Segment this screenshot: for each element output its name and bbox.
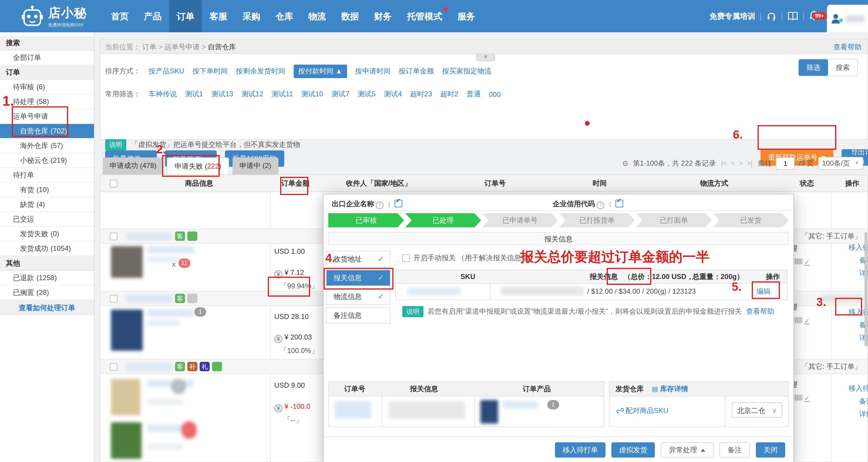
- sidebar-item-pending-review[interactable]: 待审核(6): [0, 80, 94, 95]
- sidebar-item-out-of-stock[interactable]: 缺货(4): [0, 197, 94, 212]
- warehouse-select[interactable]: 北京二仓∨: [732, 402, 782, 418]
- edit-icon[interactable]: [616, 200, 623, 207]
- stock-detail-link[interactable]: ▤ 库存详情: [652, 382, 688, 396]
- quick-filter-link[interactable]: 000: [489, 90, 501, 98]
- remark-link[interactable]: 备注: [837, 255, 868, 266]
- row-checkbox[interactable]: [110, 363, 118, 370]
- close-button[interactable]: 关闭: [756, 442, 785, 458]
- quick-filter-link[interactable]: 测试13: [211, 89, 233, 99]
- quick-filter-link[interactable]: 测试5: [358, 89, 376, 99]
- quick-filter-link[interactable]: 测试4: [384, 89, 402, 99]
- view-help-link[interactable]: 查看帮助: [833, 39, 862, 55]
- sidebar-item-all-orders[interactable]: 全部订单: [0, 51, 94, 65]
- sidetab-logistics-info[interactable]: 物流信息✓: [326, 288, 391, 305]
- sort-by-payment-time[interactable]: 按付款时间 ▲: [293, 65, 347, 78]
- details-link[interactable]: 详情: [837, 333, 868, 343]
- question-icon[interactable]: ?: [597, 202, 604, 209]
- sidebar-item-xiaomi-cloud[interactable]: 小秘云仓(219): [0, 153, 94, 168]
- training-link[interactable]: 免费专属培训: [709, 11, 755, 22]
- tab-applying[interactable]: 申请中 (2): [232, 157, 278, 175]
- sidebar-item-overseas-warehouse[interactable]: 海外仓库(57): [0, 138, 94, 153]
- quick-filter-link[interactable]: 测试11: [272, 89, 293, 99]
- nav-item-logistics[interactable]: 物流: [301, 0, 334, 32]
- move-to-print-link[interactable]: 移入待打单: [837, 383, 868, 394]
- remark-link[interactable]: 备注: [837, 320, 868, 330]
- gear-icon[interactable]: ⚙: [622, 159, 629, 168]
- nav-item-products[interactable]: 产品: [136, 0, 169, 32]
- sidebar-help-link[interactable]: 查看如何处理订单: [19, 304, 75, 312]
- next-page-button[interactable]: >: [739, 160, 743, 167]
- nav-item-data[interactable]: 数据: [334, 0, 367, 32]
- sidebar-item-tracking-apply[interactable]: 运单号申请: [0, 109, 94, 124]
- quick-filter-link[interactable]: 车神传说: [149, 89, 177, 99]
- question-icon[interactable]: ?: [376, 202, 384, 209]
- edit-icon[interactable]: [395, 200, 402, 207]
- sort-by-sku[interactable]: 按产品SKU: [149, 66, 184, 76]
- move-to-print-button[interactable]: 移入待打单: [555, 442, 606, 458]
- quick-filter-link[interactable]: 测试7: [331, 89, 349, 99]
- nav-item-service[interactable]: 客服: [202, 0, 235, 32]
- nav-item-home[interactable]: 首页: [103, 0, 136, 32]
- view-help-link[interactable]: 查看帮助: [746, 307, 774, 317]
- sidetab-customs-info[interactable]: 报关信息✓: [326, 270, 391, 286]
- sidetab-shipping-address[interactable]: 收货地址✓: [326, 251, 391, 267]
- manual-customs-checkbox[interactable]: [402, 254, 410, 262]
- quick-filter-link[interactable]: 普通: [467, 89, 481, 99]
- remark-link[interactable]: 备注: [837, 397, 868, 406]
- breadcrumb-tracking-apply[interactable]: 运单号申请: [164, 43, 200, 51]
- prev-page-button[interactable]: <: [731, 160, 735, 167]
- app-logo[interactable]: 店小秘 免费跨境电商ERP: [21, 5, 87, 28]
- sort-by-apply-time[interactable]: 按申请时间: [355, 66, 391, 76]
- sidebar-item-refunded[interactable]: 已退款(1258): [0, 271, 94, 285]
- quick-filter-link[interactable]: 测试12: [241, 89, 264, 99]
- sidebar-item-shipped[interactable]: 已交运: [0, 212, 94, 227]
- nav-item-hosting[interactable]: 托管模式: [399, 0, 450, 32]
- toggle-search[interactable]: 搜索: [828, 59, 858, 76]
- last-page-button[interactable]: >|: [747, 160, 753, 167]
- virtual-ship-button[interactable]: 虚拟发货: [611, 442, 655, 458]
- collapse-panel-chevron[interactable]: ∨: [476, 54, 495, 61]
- move-to-print-link[interactable]: 移入待打单: [837, 243, 868, 253]
- quick-filter-link[interactable]: 超时2: [440, 89, 458, 99]
- nav-item-services[interactable]: 服务: [450, 0, 483, 32]
- nav-item-orders[interactable]: 订单: [169, 0, 202, 32]
- select-all-checkbox[interactable]: [110, 180, 118, 187]
- quick-filter-link[interactable]: 测试1: [185, 89, 203, 99]
- tab-apply-failed[interactable]: 申请失败 (222): [167, 157, 229, 175]
- sidebar-item-to-print[interactable]: 待打单: [0, 168, 94, 183]
- sidebar-item-ship-failed[interactable]: 发货失败(0): [0, 227, 94, 241]
- match-sku-link[interactable]: 配对商品SKU: [617, 406, 668, 416]
- sort-by-buyer-logistics[interactable]: 按买家指定物流: [442, 66, 492, 76]
- per-page-select[interactable]: 100条/页▼: [818, 157, 863, 170]
- book-icon[interactable]: [787, 12, 798, 21]
- sidebar-item-ship-success[interactable]: 发货成功(1054): [0, 241, 94, 256]
- nav-item-finance[interactable]: 财务: [367, 0, 399, 32]
- toggle-filter[interactable]: 筛选: [799, 59, 828, 76]
- first-page-button[interactable]: |<: [721, 160, 727, 167]
- details-link[interactable]: 详情: [837, 269, 868, 278]
- details-link[interactable]: 详情: [837, 409, 868, 420]
- tab-apply-success[interactable]: 申请成功 (478): [103, 157, 163, 175]
- sidetab-remark-info[interactable]: 备注信息: [326, 307, 391, 324]
- sidebar-item-in-stock[interactable]: 有货(10): [0, 183, 94, 197]
- sort-by-amount[interactable]: 按订单金额: [399, 66, 434, 76]
- quick-filter-link[interactable]: 测试10: [301, 89, 323, 99]
- nav-item-purchase[interactable]: 采购: [235, 0, 268, 32]
- row-checkbox[interactable]: [110, 295, 118, 302]
- edit-customs-link[interactable]: 编辑: [756, 284, 771, 299]
- page-number-input[interactable]: [776, 157, 795, 170]
- move-to-print-link[interactable]: 移入待打单: [837, 307, 868, 317]
- exception-handle-button[interactable]: 异常处理: [661, 442, 714, 458]
- remark-button[interactable]: 备注: [719, 442, 750, 458]
- row-checkbox[interactable]: [110, 232, 118, 240]
- user-account[interactable]: [827, 5, 868, 32]
- breadcrumb-orders[interactable]: 订单: [143, 43, 156, 51]
- quick-filter-link[interactable]: 超时23: [410, 89, 432, 99]
- nav-item-warehouse[interactable]: 仓库: [268, 0, 301, 32]
- sort-by-order-time[interactable]: 按下单时间: [192, 66, 227, 76]
- sidebar-item-on-hold[interactable]: 已搁置(28): [0, 285, 94, 300]
- sidebar-item-own-warehouse[interactable]: 自营仓库(702): [0, 124, 94, 138]
- page-scrollbar[interactable]: [865, 232, 867, 346]
- headset-icon[interactable]: [766, 11, 776, 21]
- sort-by-remaining-time[interactable]: 按剩余发货时间: [236, 66, 285, 76]
